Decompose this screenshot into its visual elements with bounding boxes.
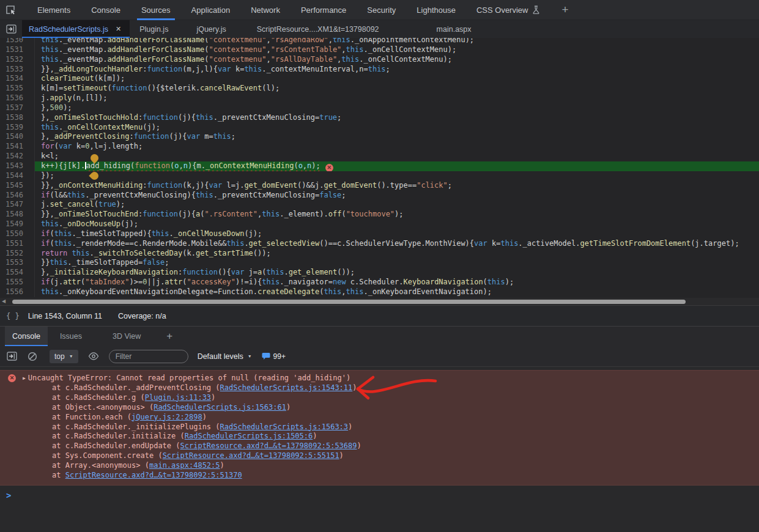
line-number[interactable]: 1533 (0, 65, 35, 75)
tab-application[interactable]: Application (183, 0, 239, 20)
code-line[interactable]: 1551if(this._renderMode==c.RenderMode.Mo… (0, 239, 759, 249)
add-panel-button[interactable]: + (553, 0, 577, 20)
line-number[interactable]: 1542 (0, 152, 35, 161)
line-number[interactable]: 1552 (0, 249, 35, 259)
line-number[interactable]: 1555 (0, 278, 35, 287)
file-tab-scriptresource[interactable]: ScriptResource....XM1&t=13798092 (247, 20, 389, 38)
disclosure-triangle-icon[interactable]: ▶ (23, 374, 26, 383)
source-location-link[interactable]: main.aspx:4852:5 (149, 461, 220, 470)
code-line[interactable]: 1541for(var k=0,l=j.length; (0, 142, 759, 152)
code-line[interactable]: 1537},500); (0, 103, 759, 113)
line-number[interactable]: 1534 (0, 74, 35, 84)
tab-elements[interactable]: Elements (29, 0, 78, 20)
tab-performance[interactable]: Performance (293, 0, 354, 20)
toggle-navigator-button[interactable] (0, 20, 22, 38)
line-number[interactable]: 1548 (0, 210, 35, 220)
file-tab-jquery[interactable]: jQuery.js (187, 20, 235, 38)
code-line[interactable]: 1533}},_addLongTouchHandler:function(m,j… (0, 65, 759, 75)
line-number[interactable]: 1537 (0, 103, 35, 113)
scroll-left-icon[interactable]: ◀ (2, 298, 6, 304)
line-number[interactable]: 1535 (0, 84, 35, 94)
source-location-link[interactable]: ScriptResource.axd?d…&t=13798092:5:51370 (65, 471, 242, 479)
source-location-link[interactable]: ScriptResource.axd?d…&t=13798092:5:53689 (180, 441, 357, 450)
line-number[interactable]: 1541 (0, 142, 35, 152)
drawer-tab-console[interactable]: Console (5, 327, 48, 346)
file-tab-main-aspx[interactable]: main.aspx (427, 20, 481, 38)
line-number[interactable]: 1540 (0, 132, 35, 142)
line-number[interactable]: 1546 (0, 191, 35, 201)
tab-css-overview[interactable]: CSS Overview (468, 0, 549, 20)
create-live-expression-button[interactable] (86, 352, 101, 360)
code-line[interactable]: 1538},_onTimeSlotTouchHold:function(j){t… (0, 113, 759, 123)
code-line[interactable]: 1550if(this._timeSlotTapped){this._onCel… (0, 229, 759, 239)
file-tab-radschedulerscripts[interactable]: RadSchedulerScripts.js ✕ (22, 20, 130, 38)
code-line[interactable]: 1540},_addPreventClosing:function(j){var… (0, 132, 759, 142)
add-drawer-tab-button[interactable]: + (161, 327, 177, 346)
code-line[interactable]: 1553}}this._timeSlotTapped=false; (0, 258, 759, 268)
code-editor[interactable]: 1530this._eventMap.addHandlerForClassNam… (0, 38, 759, 298)
code-line[interactable]: 1543k++){j[k].add_hiding(function(o,n){m… (0, 161, 759, 171)
line-number[interactable]: 1539 (0, 123, 35, 133)
code-line[interactable]: 1544}); (0, 171, 759, 181)
code-line[interactable]: 1532this._eventMap.addHandlerForClassNam… (0, 55, 759, 65)
scrollbar-thumb[interactable] (12, 300, 686, 304)
line-number[interactable]: 1545 (0, 181, 35, 191)
line-number[interactable]: 1550 (0, 229, 35, 239)
code-line[interactable]: 1535k[m]=setTimeout(function(){$telerik.… (0, 84, 759, 94)
line-number[interactable]: 1554 (0, 268, 35, 278)
source-location-link[interactable]: Plugin.js:11:33 (145, 393, 211, 402)
line-number[interactable]: 1530 (0, 38, 35, 45)
tab-security[interactable]: Security (359, 0, 404, 20)
code-line[interactable]: 1554},_initializeKeyboardNavigation:func… (0, 268, 759, 278)
code-line[interactable]: 1549this._onDocMouseUp(j); (0, 220, 759, 229)
code-line[interactable]: 1536j.apply(n,[l]); (0, 94, 759, 103)
tab-lighthouse[interactable]: Lighthouse (409, 0, 464, 20)
code-line[interactable]: 1531this._eventMap.addHandlerForClassNam… (0, 45, 759, 55)
filter-input[interactable] (109, 350, 188, 363)
code-line[interactable]: 1555if(j.attr("tabIndex")>=0||j.attr("ac… (0, 278, 759, 287)
javascript-context-selector[interactable]: top ▼ (50, 350, 78, 363)
code-line[interactable]: 1530this._eventMap.addHandlerForClassNam… (0, 38, 759, 45)
line-number[interactable]: 1551 (0, 239, 35, 249)
inspect-element-button[interactable] (0, 0, 21, 20)
line-number[interactable]: 1538 (0, 113, 35, 123)
source-location-link[interactable]: RadSchedulerScripts.js:1543:11 (220, 383, 353, 392)
code-line[interactable]: 1552return this._switchToSelectedDay(k.g… (0, 249, 759, 259)
console-prompt-row[interactable]: > (0, 486, 759, 500)
line-number[interactable]: 1532 (0, 55, 35, 65)
source-location-link[interactable]: RadSchedulerScripts.js:1563:3 (220, 423, 349, 431)
code-line[interactable]: 1547j.set_cancel(true); (0, 200, 759, 210)
line-number[interactable]: 1553 (0, 258, 35, 268)
code-line[interactable]: 1542k<l; (0, 152, 759, 161)
tab-sources[interactable]: Sources (133, 0, 179, 20)
line-number[interactable]: 1549 (0, 220, 35, 229)
drawer-tab-3d-view[interactable]: 3D View (105, 327, 148, 346)
code-line[interactable]: 1534clearTimeout(k[m]); (0, 74, 759, 84)
inline-error-badge-icon[interactable]: ✕ (325, 164, 333, 171)
horizontal-scrollbar[interactable]: ◀ (0, 298, 759, 305)
code-line[interactable]: 1546if(l&&this._preventCtxMenuClosing){t… (0, 191, 759, 201)
line-number[interactable]: 1531 (0, 45, 35, 55)
log-levels-dropdown[interactable]: Default levels ▼ (198, 352, 252, 361)
line-number[interactable]: 1547 (0, 200, 35, 210)
line-number[interactable]: 1556 (0, 287, 35, 297)
source-location-link[interactable]: RadSchedulerScripts.js:1505:6 (185, 432, 313, 440)
clear-console-button[interactable] (23, 352, 42, 361)
code-line[interactable]: 1548}},_onTimeSlotTouchEnd:function(j){a… (0, 210, 759, 220)
line-number[interactable]: 1544 (0, 171, 35, 181)
line-number[interactable]: 1536 (0, 94, 35, 103)
code-line[interactable]: 1539this._onCellContextMenu(j); (0, 123, 759, 133)
code-line[interactable]: 1545}},_onContextMenuHiding:function(k,j… (0, 181, 759, 191)
source-location-link[interactable]: RadSchedulerScripts.js:1563:61 (154, 403, 286, 412)
toggle-console-sidebar-button[interactable] (0, 352, 23, 361)
tab-console[interactable]: Console (83, 0, 128, 20)
code-line[interactable]: 1556this._onKeyboardEventNavigationDeleg… (0, 287, 759, 297)
source-location-link[interactable]: ScriptResource.axd?d…&t=13798092:5:55151 (163, 451, 339, 460)
source-location-link[interactable]: jQuery.js:2:2898 (131, 413, 202, 421)
drawer-tab-issues[interactable]: Issues (53, 327, 89, 346)
file-tab-plugin[interactable]: Plugin.js (130, 20, 178, 38)
pretty-print-button[interactable]: { } (0, 312, 28, 320)
close-icon[interactable]: ✕ (114, 24, 123, 34)
tab-network[interactable]: Network (243, 0, 288, 20)
line-number[interactable]: 1543 (0, 161, 35, 171)
